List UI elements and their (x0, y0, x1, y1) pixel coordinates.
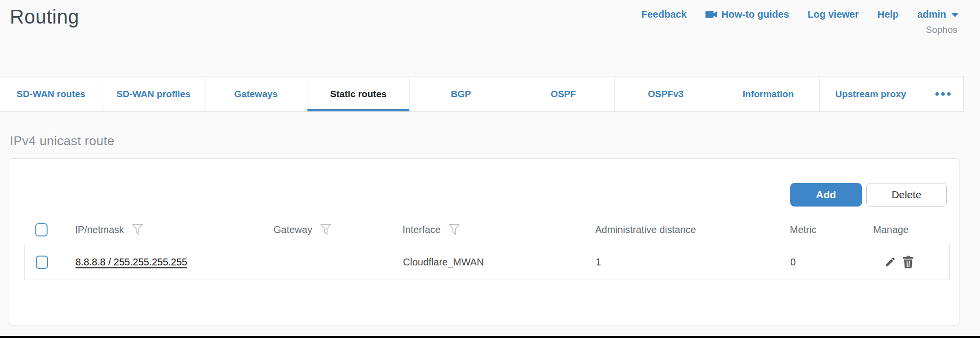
panel-actions: Add Delete (9, 159, 959, 207)
account-name: Sophos (926, 25, 957, 35)
user-menu[interactable]: admin (917, 9, 958, 20)
section-heading: IPv4 unicast route (10, 133, 980, 149)
tab-upstream-proxy[interactable]: Upstream proxy (820, 77, 922, 111)
howto-guides-label: How-to guides (722, 9, 789, 20)
cell-metric: 0 (790, 257, 874, 268)
column-header-admin-distance: Administrative distance (595, 224, 790, 235)
top-nav-wrap: Feedback How-to guides Log viewer Help a… (641, 9, 958, 35)
select-all-checkbox[interactable] (35, 223, 48, 236)
howto-guides-link[interactable]: How-to guides (705, 9, 789, 20)
videocam-icon (705, 10, 717, 19)
cell-admin-distance: 1 (596, 257, 790, 268)
tab-gateways[interactable]: Gateways (205, 77, 307, 111)
row-checkbox[interactable] (36, 256, 48, 269)
column-header-metric: Metric (790, 224, 873, 235)
feedback-link[interactable]: Feedback (641, 9, 686, 20)
routes-table: IP/netmask Gateway Interface Administrat… (24, 215, 950, 280)
table-row: 8.8.8.8 / 255.255.255.255 Cloudflare_MWA… (24, 244, 950, 280)
cell-interface: Cloudflare_MWAN (403, 257, 596, 268)
page-title: Routing (10, 6, 79, 28)
tab-static-routes[interactable]: Static routes (307, 77, 410, 111)
tab-information[interactable]: Information (717, 77, 820, 111)
log-viewer-link[interactable]: Log viewer (807, 9, 858, 20)
tab-overflow-menu[interactable] (922, 77, 963, 111)
tab-sdwan-routes[interactable]: SD-WAN routes (0, 77, 102, 111)
column-header-interface: Interface (402, 224, 595, 235)
routes-panel: Add Delete IP/netmask Gateway Interface (9, 158, 959, 325)
table-header-row: IP/netmask Gateway Interface Administrat… (24, 215, 950, 244)
help-link[interactable]: Help (878, 9, 899, 20)
tab-sdwan-profiles[interactable]: SD-WAN profiles (102, 77, 205, 111)
select-all-cell (24, 223, 75, 236)
top-bar: Routing Feedback How-to guides Log viewe… (0, 0, 980, 76)
cell-ip-netmask: 8.8.8.8 / 255.255.255.255 (75, 257, 274, 268)
column-header-manage: Manage (873, 224, 950, 235)
top-nav: Feedback How-to guides Log viewer Help a… (641, 9, 958, 20)
route-link[interactable]: 8.8.8.8 / 255.255.255.255 (75, 257, 187, 267)
tab-ospf[interactable]: OSPF (512, 77, 615, 111)
bottom-edge-strip (0, 336, 980, 338)
cell-manage (874, 256, 949, 268)
add-button[interactable]: Add (790, 183, 862, 207)
tab-ospfv3[interactable]: OSPFv3 (615, 77, 717, 111)
user-menu-label: admin (917, 9, 946, 20)
pencil-icon[interactable] (884, 256, 896, 268)
trash-icon[interactable] (903, 256, 914, 268)
funnel-icon[interactable] (449, 224, 460, 235)
funnel-icon[interactable] (320, 224, 331, 235)
delete-button[interactable]: Delete (866, 183, 947, 207)
tab-bar: SD-WAN routes SD-WAN profiles Gateways S… (0, 76, 964, 112)
column-header-gateway: Gateway (274, 224, 402, 235)
ellipsis-icon (935, 92, 951, 96)
tab-bgp[interactable]: BGP (410, 77, 512, 111)
caret-down-icon (952, 13, 958, 17)
row-select-cell (25, 256, 75, 269)
column-header-ip-netmask: IP/netmask (75, 224, 274, 235)
funnel-icon[interactable] (132, 224, 143, 235)
